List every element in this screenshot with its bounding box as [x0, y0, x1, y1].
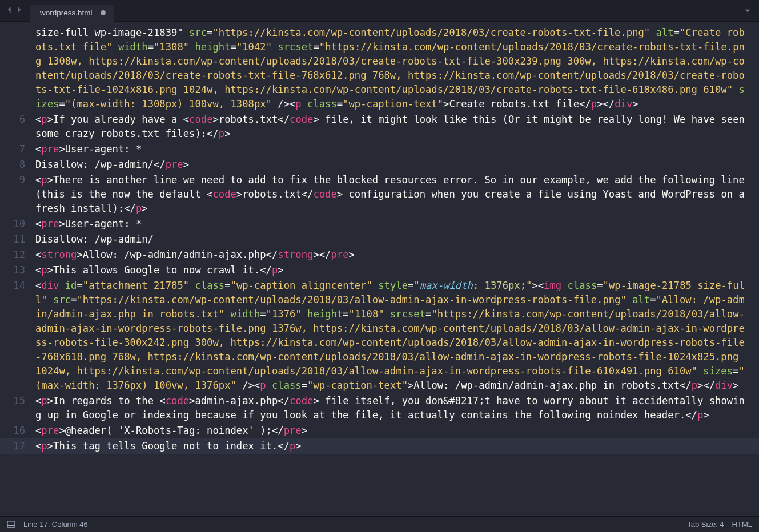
line-number: [0, 25, 32, 112]
line-number: 13: [0, 263, 32, 278]
tab-bar: wordpress.html: [0, 0, 759, 22]
line-source[interactable]: Disallow: /wp-admin/: [32, 232, 759, 247]
nav-back-icon[interactable]: [6, 3, 14, 18]
tab-dirty-indicator-icon: [101, 10, 106, 15]
nav-forward-icon[interactable]: [15, 3, 23, 18]
line-number: 12: [0, 247, 32, 263]
panel-switcher-icon[interactable]: [7, 520, 15, 529]
code-line[interactable]: 13<p>This allows Google to now crawl it.…: [0, 263, 759, 278]
line-source[interactable]: <pre>User-agent: *: [32, 142, 759, 157]
tab-wordpress-html[interactable]: wordpress.html: [30, 5, 114, 22]
line-number: 15: [0, 393, 32, 423]
history-nav: [3, 0, 26, 21]
code-line[interactable]: 10<pre>User-agent: *: [0, 216, 759, 232]
code-line[interactable]: 17<p>This tag tells Google not to index …: [0, 438, 759, 454]
line-number: 17: [0, 438, 32, 454]
status-tab-size[interactable]: Tab Size: 4: [687, 517, 724, 531]
line-number: 9: [0, 172, 32, 216]
tab-label: wordpress.html: [40, 6, 93, 20]
code-line[interactable]: 6<p>If you already have a <code>robots.t…: [0, 112, 759, 142]
code-line[interactable]: 12<strong>Allow: /wp-admin/admin-ajax.ph…: [0, 247, 759, 263]
line-source[interactable]: <pre>User-agent: *: [32, 216, 759, 232]
line-source[interactable]: size-full wp-image-21839" src="https://k…: [32, 25, 759, 112]
svg-rect-0: [7, 521, 15, 527]
line-source[interactable]: <p>In regards to the <code>admin-ajax.ph…: [32, 393, 759, 423]
status-syntax[interactable]: HTML: [732, 517, 752, 531]
line-source[interactable]: <strong>Allow: /wp-admin/admin-ajax.php<…: [32, 247, 759, 263]
line-number: 6: [0, 112, 32, 142]
code-line[interactable]: 14<div id="attachment_21785" class="wp-c…: [0, 278, 759, 393]
line-source[interactable]: <p>This tag tells Google not to index it…: [32, 438, 759, 454]
tab-overflow-button[interactable]: [736, 0, 759, 21]
line-source[interactable]: <p>There is another line we need to add …: [32, 172, 759, 216]
line-source[interactable]: <pre>@header( 'X-Robots-Tag: noindex' );…: [32, 423, 759, 438]
code-line[interactable]: size-full wp-image-21839" src="https://k…: [0, 25, 759, 112]
code-line[interactable]: 16<pre>@header( 'X-Robots-Tag: noindex' …: [0, 423, 759, 438]
line-number: 16: [0, 423, 32, 438]
status-bar: Line 17, Column 46 Tab Size: 4 HTML: [0, 516, 759, 532]
line-source[interactable]: <p>This allows Google to now crawl it.</…: [32, 263, 759, 278]
status-cursor-position[interactable]: Line 17, Column 46: [23, 517, 88, 531]
code-line[interactable]: 9<p>There is another line we need to add…: [0, 172, 759, 216]
line-number: 8: [0, 157, 32, 172]
line-source[interactable]: Disallow: /wp-admin/</pre>: [32, 157, 759, 172]
app-window: wordpress.html size-full wp-image-21839"…: [0, 0, 759, 532]
code-line[interactable]: 7<pre>User-agent: *: [0, 142, 759, 157]
line-source[interactable]: <p>If you already have a <code>robots.tx…: [32, 112, 759, 142]
line-number: 11: [0, 232, 32, 247]
code-table: size-full wp-image-21839" src="https://k…: [0, 25, 759, 454]
editor: size-full wp-image-21839" src="https://k…: [0, 22, 759, 516]
line-number: 14: [0, 278, 32, 393]
code-line[interactable]: 11Disallow: /wp-admin/: [0, 232, 759, 247]
line-source[interactable]: <div id="attachment_21785" class="wp-cap…: [32, 278, 759, 393]
line-number: 10: [0, 216, 32, 232]
line-number: 7: [0, 142, 32, 157]
code-line[interactable]: 8Disallow: /wp-admin/</pre>: [0, 157, 759, 172]
code-line[interactable]: 15<p>In regards to the <code>admin-ajax.…: [0, 393, 759, 423]
code-scroll-area[interactable]: size-full wp-image-21839" src="https://k…: [0, 22, 759, 516]
